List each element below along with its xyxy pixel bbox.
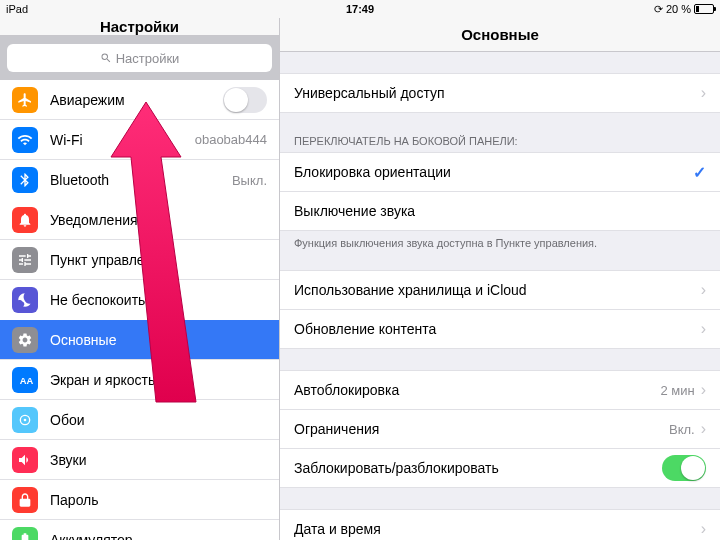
search-icon (100, 52, 112, 64)
lock-unlock-switch[interactable] (662, 455, 706, 481)
chevron-icon: › (701, 84, 706, 102)
dnd-label: Не беспокоить (50, 292, 267, 308)
bluetooth-icon (12, 167, 38, 193)
chevron-icon: › (701, 520, 706, 538)
search-input[interactable]: Настройки (7, 44, 272, 72)
wallpaper-icon (12, 407, 38, 433)
wifi-label: Wi-Fi (50, 132, 183, 148)
status-device: iPad (6, 3, 242, 15)
bluetooth-value: Выкл. (232, 173, 267, 188)
sounds-icon (12, 447, 38, 473)
passcode-label: Пароль (50, 492, 267, 508)
battery-setting-icon (12, 527, 38, 540)
chevron-icon: › (701, 420, 706, 438)
display-icon: AA (12, 367, 38, 393)
sidebar-item-display[interactable]: AA Экран и яркость (0, 360, 279, 400)
airplane-label: Авиарежим (50, 92, 211, 108)
chevron-icon: › (701, 281, 706, 299)
svg-text:AA: AA (20, 376, 33, 386)
sidebar-item-battery[interactable]: Аккумулятор (0, 520, 279, 540)
sidebar-item-notifications[interactable]: Уведомления (0, 200, 279, 240)
sidebar-item-general[interactable]: Основные (0, 320, 279, 360)
gear-icon (12, 327, 38, 353)
status-bar: iPad 17:49 ⟳ 20 % (0, 0, 720, 18)
sidebar-title: Настройки (0, 18, 279, 36)
row-accessibility[interactable]: Универсальный доступ › (280, 73, 720, 113)
control-center-icon (12, 247, 38, 273)
sidebar-item-wallpaper[interactable]: Обои (0, 400, 279, 440)
sidebar-item-control-center[interactable]: Пункт управления (0, 240, 279, 280)
passcode-icon (12, 487, 38, 513)
sidebar-item-passcode[interactable]: Пароль (0, 480, 279, 520)
sidebar-item-wifi[interactable]: Wi-Fi obaobab444 (0, 120, 279, 160)
search-placeholder: Настройки (116, 51, 180, 66)
row-date-time[interactable]: Дата и время › (280, 509, 720, 540)
status-time: 17:49 (242, 3, 478, 15)
battery-percent: 20 % (666, 3, 691, 15)
svg-point-2 (24, 418, 27, 421)
dnd-icon (12, 287, 38, 313)
detail-title: Основные (280, 18, 720, 52)
restrictions-value: Вкл. (669, 422, 695, 437)
airplane-switch[interactable] (223, 87, 267, 113)
row-autolock[interactable]: Автоблокировка 2 мин › (280, 370, 720, 410)
side-switch-footer: Функция выключения звука доступна в Пунк… (280, 231, 720, 249)
row-storage[interactable]: Использование хранилища и iCloud › (280, 270, 720, 310)
row-background-refresh[interactable]: Обновление контента › (280, 309, 720, 349)
general-label: Основные (50, 332, 267, 348)
check-icon: ✓ (693, 163, 706, 182)
control-center-label: Пункт управления (50, 252, 267, 268)
bluetooth-label: Bluetooth (50, 172, 220, 188)
sidebar-item-bluetooth[interactable]: Bluetooth Выкл. (0, 160, 279, 200)
wifi-icon (12, 127, 38, 153)
orientation-lock-icon: ⟳ (654, 3, 663, 16)
battery-icon (694, 4, 714, 14)
row-mute[interactable]: Выключение звука (280, 191, 720, 231)
sidebar-item-dnd[interactable]: Не беспокоить (0, 280, 279, 320)
detail-pane: Основные Универсальный доступ › ПЕРЕКЛЮЧ… (280, 18, 720, 540)
sidebar-item-sounds[interactable]: Звуки (0, 440, 279, 480)
sidebar-item-airplane[interactable]: Авиарежим (0, 80, 279, 120)
row-lock-unlock[interactable]: Заблокировать/разблокировать (280, 448, 720, 488)
notifications-label: Уведомления (50, 212, 267, 228)
sounds-label: Звуки (50, 452, 267, 468)
battery-setting-label: Аккумулятор (50, 532, 267, 540)
autolock-value: 2 мин (660, 383, 694, 398)
wifi-value: obaobab444 (195, 132, 267, 147)
chevron-icon: › (701, 320, 706, 338)
airplane-icon (12, 87, 38, 113)
chevron-icon: › (701, 381, 706, 399)
settings-sidebar: Настройки Настройки Авиарежим Wi-Fi obao… (0, 18, 280, 540)
display-label: Экран и яркость (50, 372, 267, 388)
row-lock-orientation[interactable]: Блокировка ориентации ✓ (280, 152, 720, 192)
status-right: ⟳ 20 % (478, 3, 714, 16)
row-restrictions[interactable]: Ограничения Вкл. › (280, 409, 720, 449)
side-switch-header: ПЕРЕКЛЮЧАТЕЛЬ НА БОКОВОЙ ПАНЕЛИ: (280, 135, 720, 153)
notifications-icon (12, 207, 38, 233)
wallpaper-label: Обои (50, 412, 267, 428)
